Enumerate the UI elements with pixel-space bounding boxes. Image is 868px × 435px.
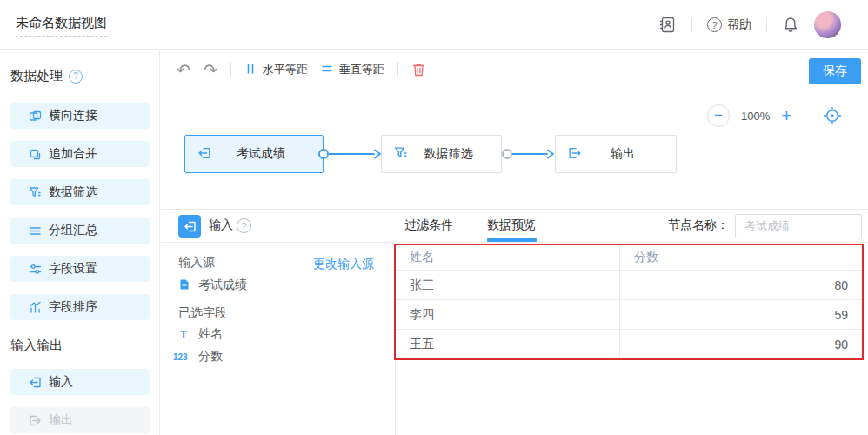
locate-icon[interactable] <box>823 106 842 125</box>
field-name: 姓名 <box>198 326 223 342</box>
sidebar-item-label: 字段设置 <box>49 261 97 277</box>
field-settings-icon <box>29 263 42 276</box>
save-button[interactable]: 保存 <box>809 58 861 84</box>
redo-icon[interactable]: ↷ <box>204 62 217 78</box>
cell-name: 王五 <box>396 330 620 358</box>
sidebar-item-data-filter[interactable]: 数据筛选 <box>10 179 150 205</box>
change-input-source-link[interactable]: 更改输入源 <box>313 257 374 272</box>
user-avatar[interactable] <box>814 11 841 38</box>
field-sort-icon <box>29 301 42 314</box>
help-icon: ? <box>707 17 722 32</box>
help-button[interactable]: ? 帮助 <box>707 17 751 33</box>
flow-node-data-filter[interactable]: 数据筛选 <box>381 135 502 173</box>
cell-name: 张三 <box>396 271 620 299</box>
document-icon <box>178 278 190 293</box>
sidebar-item-group-summary[interactable]: 分组汇总 <box>10 218 150 244</box>
table-header-row: 姓名 分数 <box>396 245 862 271</box>
cell-name: 李四 <box>396 300 620 329</box>
panel-header: 输入 ? 过滤条件 数据预览 节点名称： <box>161 210 868 243</box>
panel-help-icon[interactable]: ? <box>237 218 251 233</box>
sidebar-item-label: 输入 <box>49 374 73 390</box>
vertical-spacing-icon <box>321 63 333 77</box>
zoom-controls: − 100% + <box>707 104 842 127</box>
sidebar-item-label: 横向连接 <box>49 108 97 124</box>
sidebar-item-append-merge[interactable]: 追加合并 <box>10 141 150 167</box>
sidebar-item-horizontal-join[interactable]: 横向连接 <box>10 103 150 129</box>
toolbar-divider <box>230 62 231 77</box>
node-output-port[interactable] <box>502 149 512 159</box>
section-title: 输入输出 <box>10 338 63 354</box>
selected-fields-label: 已选字段 <box>178 305 227 321</box>
panel-body: 输入源 更改输入源 考试成绩 已选字段 T 姓名 123 分数 <box>161 243 868 435</box>
table-row[interactable]: 王五 90 <box>396 330 862 358</box>
connector-line <box>329 148 383 160</box>
node-input-icon <box>197 146 211 163</box>
data-preview-table: 姓名 分数 张三 80 李四 59 王五 90 <box>394 244 864 360</box>
table-row[interactable]: 张三 80 <box>396 271 862 300</box>
sidebar-item-label: 追加合并 <box>49 146 97 162</box>
node-filter-icon <box>394 146 408 163</box>
field-item-score[interactable]: 123 分数 <box>173 349 223 365</box>
contacts-icon[interactable] <box>658 16 677 34</box>
node-label: 输出 <box>582 146 664 162</box>
flow-canvas[interactable]: − 100% + 考试成绩 数据筛选 <box>161 90 868 209</box>
node-name-label: 节点名称： <box>668 218 729 233</box>
input-source-name: 考试成绩 <box>198 278 247 293</box>
sidebar-item-field-settings[interactable]: 字段设置 <box>10 256 150 282</box>
panel-input-icon <box>178 215 201 238</box>
app-window: 未命名数据视图 ? 帮助 数据处理 ? 横向连接 <box>0 0 868 435</box>
zoom-out-button[interactable]: − <box>707 104 730 127</box>
node-output-icon <box>568 146 582 163</box>
sidebar-section-input-output: 输入输出 <box>10 338 63 354</box>
vertical-spacing-label: 垂直等距 <box>339 62 384 77</box>
bell-icon[interactable] <box>782 16 799 34</box>
section-help-icon[interactable]: ? <box>69 70 83 84</box>
flow-node-output[interactable]: 输出 <box>555 135 677 173</box>
delete-icon[interactable] <box>411 62 426 77</box>
zoom-level: 100% <box>741 110 770 123</box>
sidebar-item-output: 输出 <box>10 407 150 433</box>
panel-title: 输入 <box>209 218 233 233</box>
header-divider <box>691 18 692 32</box>
tab-data-preview[interactable]: 数据预览 <box>487 218 536 233</box>
header-actions: ? 帮助 <box>658 0 841 50</box>
sidebar-item-label: 数据筛选 <box>49 184 97 200</box>
cell-score: 80 <box>620 278 862 292</box>
field-item-name[interactable]: T 姓名 <box>177 326 223 342</box>
sidebar-section-data-processing: 数据处理 ? <box>10 68 83 84</box>
input-source-item[interactable]: 考试成绩 <box>178 278 247 293</box>
sidebar-item-field-sort[interactable]: 字段排序 <box>10 294 150 320</box>
connector-line <box>512 148 556 160</box>
node-label: 数据筛选 <box>408 146 489 162</box>
top-header: 未命名数据视图 ? 帮助 <box>0 0 868 50</box>
input-source-label: 输入源 <box>178 255 215 271</box>
vertical-spacing-button[interactable]: 垂直等距 <box>321 62 384 77</box>
node-detail-panel: 输入 ? 过滤条件 数据预览 节点名称： 输入源 更改输入源 考试成绩 <box>161 209 868 435</box>
table-row[interactable]: 李四 59 <box>396 300 862 330</box>
undo-icon[interactable]: ↶ <box>177 62 190 78</box>
node-output-port[interactable] <box>318 149 329 159</box>
sidebar-item-label: 分组汇总 <box>49 223 97 238</box>
horizontal-spacing-icon <box>244 63 257 77</box>
main-area: ↶ ↷ 水平等距 垂直等距 保存 − 100% + <box>161 50 868 435</box>
text-type-icon: T <box>177 328 190 341</box>
tab-filter-conditions[interactable]: 过滤条件 <box>404 218 453 233</box>
column-header-score[interactable]: 分数 <box>620 250 862 265</box>
canvas-toolbar: ↶ ↷ 水平等距 垂直等距 保存 <box>161 50 868 90</box>
section-title: 数据处理 <box>10 68 63 84</box>
node-name-input[interactable] <box>735 214 862 238</box>
active-tab-indicator <box>487 238 537 242</box>
group-summary-icon <box>29 224 42 238</box>
cell-score: 59 <box>620 308 862 322</box>
column-header-name[interactable]: 姓名 <box>396 245 620 270</box>
help-label: 帮助 <box>727 17 751 33</box>
sidebar-item-label: 输出 <box>49 412 73 428</box>
horizontal-spacing-button[interactable]: 水平等距 <box>244 62 308 77</box>
flow-node-exam-scores[interactable]: 考试成绩 <box>184 135 324 173</box>
sidebar-item-input[interactable]: 输入 <box>10 369 150 395</box>
output-icon <box>29 414 42 427</box>
toolbar-divider <box>397 62 398 77</box>
horizontal-spacing-label: 水平等距 <box>263 62 308 77</box>
zoom-in-button[interactable]: + <box>781 105 791 126</box>
page-title[interactable]: 未命名数据视图 <box>16 15 107 37</box>
